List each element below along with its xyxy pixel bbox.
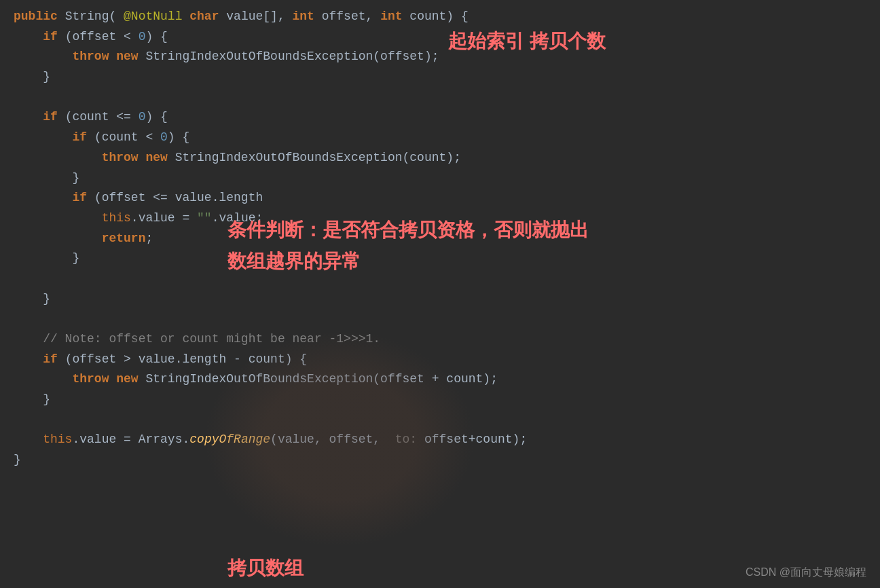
code-line-13: }: [14, 249, 866, 269]
code-line-7: if (count < 0) {: [14, 128, 866, 148]
keyword-public: public: [14, 7, 65, 27]
annotation-start-index: 起始索引 拷贝个数: [448, 26, 606, 57]
code-line-15: }: [14, 289, 866, 310]
watermark: CSDN @面向丈母娘编程: [746, 566, 866, 580]
type-string: String: [65, 7, 109, 27]
code-line-10: if (offset <= value.length: [14, 188, 866, 208]
code-line-20: }: [14, 390, 866, 410]
code-line-14: [14, 269, 866, 289]
annotation-condition-check: 条件判断：是否符合拷贝资格，否则就抛出: [227, 215, 589, 246]
code-line-5: [14, 88, 866, 108]
code-line-17: // Note: offset or count might be near -…: [14, 329, 866, 350]
code-line-18: if (offset > value.length - count) {: [14, 350, 866, 370]
code-line-1: public String( @NotNull char value[], in…: [14, 7, 866, 27]
code-line-23: }: [14, 450, 866, 471]
code-line-9: }: [14, 168, 866, 189]
code-container: public String( @NotNull char value[], in…: [0, 0, 880, 484]
code-line-19: throw new StringIndexOutOfBoundsExceptio…: [14, 369, 866, 390]
code-line-2: if (offset < 0) {: [14, 27, 866, 48]
code-line-6: if (count <= 0) {: [14, 107, 866, 128]
code-line-21: [14, 410, 866, 430]
annotation-copy-array: 拷贝数组: [227, 553, 304, 584]
annotation-notnull: @NotNull: [124, 7, 189, 27]
code-line-16: [14, 309, 866, 329]
code-line-3: throw new StringIndexOutOfBoundsExceptio…: [14, 47, 866, 67]
code-line-22: this.value = Arrays.copyOfRange(value, o…: [14, 430, 866, 450]
code-line-8: throw new StringIndexOutOfBoundsExceptio…: [14, 148, 866, 168]
code-line-4: }: [14, 67, 866, 88]
annotation-array-exception: 数组越界的异常: [227, 246, 361, 277]
